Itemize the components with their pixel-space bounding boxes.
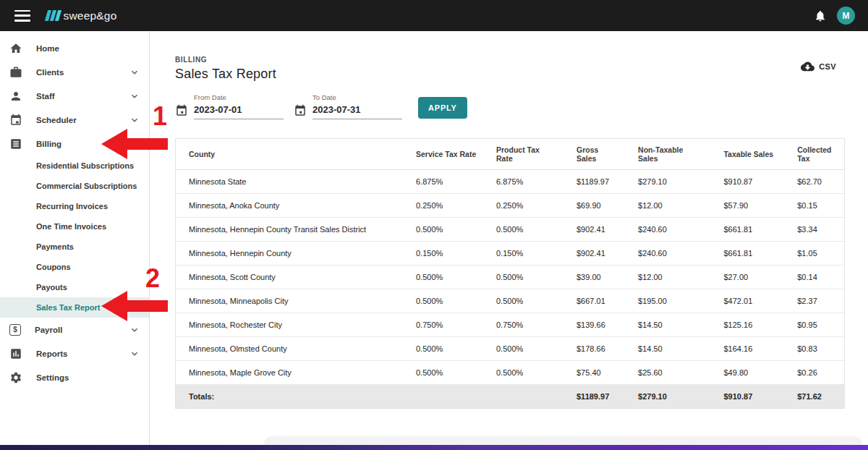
table-cell: $279.10 (625, 170, 710, 194)
totals-cell (483, 385, 563, 409)
sidebar-item-payouts[interactable]: Payouts (0, 277, 149, 297)
totals-cell: $71.62 (784, 385, 844, 409)
table-cell: $27.00 (710, 266, 784, 289)
app-window: sweep&go M HomeClientsStaffSchedulerBill… (0, 0, 868, 450)
sidebar-item-label: Residential Subscriptions (36, 161, 134, 170)
column-header: Collected Tax (784, 139, 844, 170)
chevron-down-icon (129, 348, 140, 360)
table-cell: $25.60 (625, 361, 710, 385)
sidebar-item-label: Reports (36, 349, 67, 358)
table-cell: Minnesota, Hennepin County Transit Sales… (176, 218, 404, 242)
sidebar-item-settings[interactable]: Settings (0, 365, 149, 389)
chevron-down-icon (129, 67, 140, 78)
notifications-bell-icon[interactable] (814, 9, 827, 22)
table-cell: $62.70 (784, 170, 844, 194)
cloud-download-icon (801, 61, 814, 72)
sidebar-item-billing[interactable]: Billing (0, 132, 149, 156)
table-cell: $49.80 (710, 361, 784, 385)
menu-icon[interactable] (14, 10, 30, 22)
table-cell: $14.50 (625, 337, 710, 361)
sidebar-item-label: Payroll (35, 326, 62, 334)
chevron-down-icon (129, 324, 140, 336)
table-cell: $1.05 (784, 242, 844, 266)
sidebar-item-sales-tax-report[interactable]: Sales Tax Report (0, 297, 149, 318)
sidebar-item-clients[interactable]: Clients (0, 60, 149, 84)
table-cell: $39.00 (563, 266, 625, 289)
table-cell: 0.500% (483, 218, 563, 242)
totals-row: Totals:$1189.97$279.10$910.87$71.62 (176, 385, 845, 409)
sidebar-item-commercial-subscriptions[interactable]: Commercial Subscriptions (0, 176, 149, 196)
sidebar-item-payments[interactable]: Payments (0, 237, 149, 257)
to-date-label: To Date (312, 93, 402, 101)
table-cell: $178.66 (563, 337, 625, 361)
sidebar-item-one-time-invoices[interactable]: One Time Invoices (0, 216, 149, 237)
table-cell: $57.90 (710, 194, 784, 218)
column-header: Non-Taxable Sales (625, 139, 710, 170)
table-cell: 0.750% (483, 313, 563, 337)
sidebar-item-recurring-invoices[interactable]: Recurring Invoices (0, 196, 149, 216)
sidebar-item-coupons[interactable]: Coupons (0, 257, 149, 277)
table-cell: $75.40 (563, 361, 625, 385)
table-cell: $0.95 (784, 313, 844, 337)
totals-cell (403, 385, 483, 409)
table-row: Minnesota, Rochester City0.750%0.750%$13… (176, 313, 845, 337)
to-date-field: To Date (294, 93, 402, 119)
person-icon (9, 89, 22, 103)
table-cell: 0.500% (483, 337, 563, 361)
sidebar-item-reports[interactable]: Reports (0, 341, 149, 365)
table-cell: Minnesota, Hennepin County (176, 242, 404, 266)
table-cell: 0.150% (403, 242, 483, 266)
sidebar-item-label: Recurring Invoices (36, 202, 108, 211)
table-cell: 0.500% (403, 266, 483, 289)
chevron-down-icon (129, 114, 140, 126)
sidebar-item-label: Commercial Subscriptions (36, 182, 137, 190)
table-cell: $69.90 (563, 194, 625, 218)
table-cell: 0.500% (403, 361, 483, 385)
table-cell: Minnesota, Rochester City (176, 313, 404, 337)
table-cell: $240.60 (625, 242, 710, 266)
table-cell: 0.500% (483, 289, 563, 313)
sidebar-item-staff[interactable]: Staff (0, 84, 149, 108)
table-cell: $902.41 (563, 218, 625, 242)
sidebar-item-label: Payouts (36, 283, 67, 292)
table-cell: 0.500% (483, 361, 563, 385)
calendar-icon[interactable] (175, 104, 188, 117)
column-header: Gross Sales (563, 139, 625, 170)
table-cell: 6.875% (403, 170, 483, 194)
topbar: sweep&go M (0, 0, 868, 31)
to-date-input[interactable] (312, 104, 402, 115)
sidebar-item-label: Settings (36, 373, 69, 382)
totals-cell: Totals: (176, 385, 404, 409)
table-row: Minnesota, Olmsted County0.500%0.500%$17… (176, 337, 845, 361)
table-cell: $125.16 (710, 313, 784, 337)
column-header: County (176, 139, 404, 170)
sidebar-item-label: Home (36, 44, 59, 53)
from-date-input[interactable] (194, 104, 284, 115)
table-cell: Minnesota, Minneapolis City (176, 289, 404, 313)
sidebar-item-label: Scheduler (36, 116, 77, 124)
table-row: Minnesota, Anoka County0.250%0.250%$69.9… (176, 194, 845, 218)
sidebar-item-home[interactable]: Home (0, 36, 149, 60)
logo-slashes-icon (46, 10, 60, 21)
sidebar-item-payroll[interactable]: $Payroll (0, 318, 149, 341)
calendar-icon[interactable] (294, 104, 307, 117)
apply-button[interactable]: APPLY (418, 97, 467, 119)
sidebar-item-scheduler[interactable]: Scheduler (0, 108, 149, 132)
table-row: Minnesota, Scott County0.500%0.500%$39.0… (176, 266, 845, 289)
table-row: Minnesota, Hennepin County0.150%0.150%$9… (176, 242, 845, 266)
table-cell: 0.500% (403, 218, 483, 242)
table-cell: $661.81 (710, 218, 784, 242)
sidebar-item-label: Sales Tax Report (36, 303, 100, 312)
column-header: Taxable Sales (710, 139, 784, 170)
table-row: Minnesota, Minneapolis City0.500%0.500%$… (176, 289, 845, 313)
table-header-row: CountyService Tax RateProduct Tax RateGr… (176, 139, 845, 170)
table-cell: Minnesota, Scott County (176, 266, 404, 289)
sidebar-item-label: Coupons (36, 263, 71, 271)
user-avatar[interactable]: M (837, 7, 855, 25)
sidebar-item-residential-subscriptions[interactable]: Residential Subscriptions (0, 156, 149, 176)
csv-export-button[interactable]: CSV (801, 61, 836, 72)
table-cell: $667.01 (563, 289, 625, 313)
totals-cell: $910.87 (710, 385, 784, 409)
table-cell: 0.250% (483, 194, 563, 218)
date-filters: From Date To Date APPLY (175, 93, 845, 119)
